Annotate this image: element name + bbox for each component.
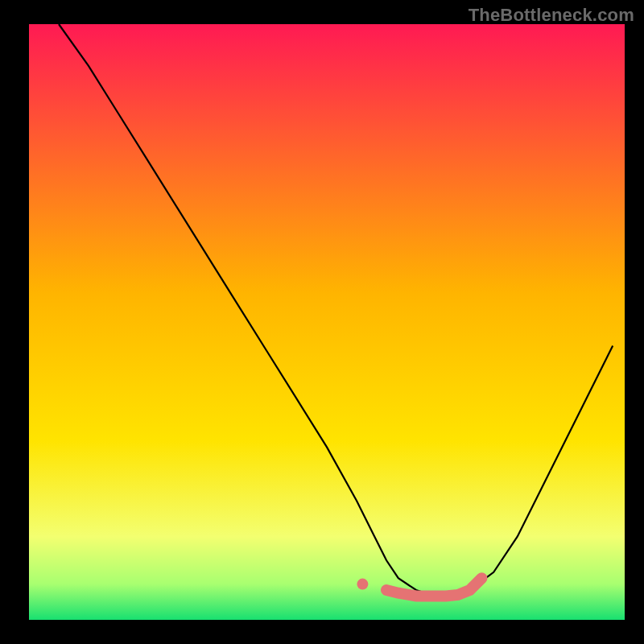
attribution-label: TheBottleneck.com [469, 5, 634, 26]
bottleneck-chart [0, 0, 644, 644]
lead-marker-dot [357, 579, 368, 590]
